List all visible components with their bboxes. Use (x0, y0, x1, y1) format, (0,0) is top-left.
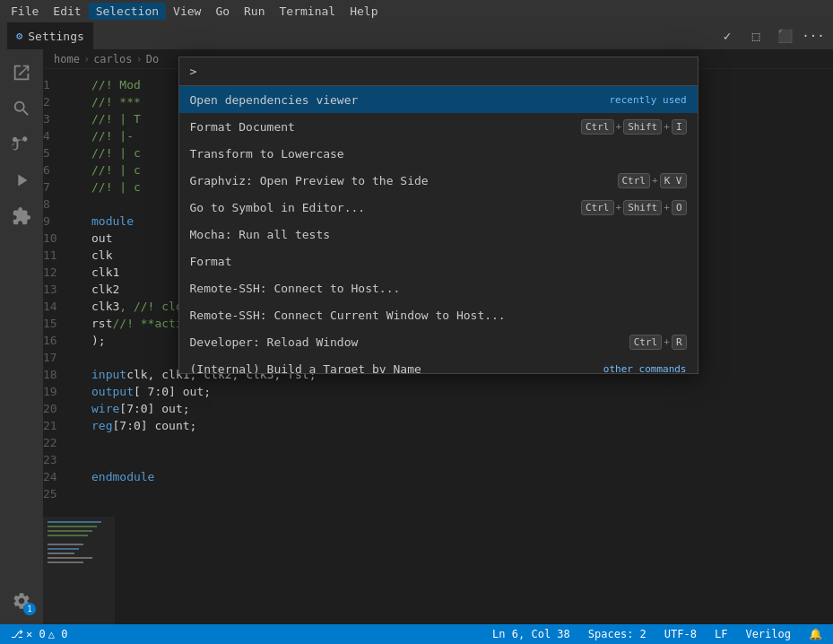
command-shortcut: Ctrl + K V (618, 173, 687, 188)
check-action[interactable]: ✓ (715, 23, 740, 48)
command-input-row: > (179, 57, 698, 86)
git-warnings: △ 0 (48, 628, 68, 640)
status-language[interactable]: Verilog (742, 624, 794, 644)
menu-edit[interactable]: Edit (46, 3, 88, 20)
settings-file-icon: ⚙ (16, 30, 22, 42)
command-list: Open dependencies viewerrecently usedFor… (179, 86, 698, 373)
activity-settings[interactable]: 1 (5, 585, 38, 617)
command-item[interactable]: Developer: Reload WindowCtrl + R (179, 328, 698, 355)
command-palette-overlay: > Open dependencies viewerrecently usedF… (43, 49, 833, 624)
command-other-badge: other commands (603, 363, 687, 374)
split-editor-action[interactable]: ⬚ (743, 23, 768, 48)
menu-go[interactable]: Go (208, 3, 237, 20)
status-encoding[interactable]: UTF-8 (661, 624, 700, 644)
command-item[interactable]: (Internal) Build a Target by Nameother c… (179, 355, 698, 373)
command-shortcut: Ctrl + Shift + I (581, 119, 687, 135)
toggle-panel-action[interactable]: ⬛ (772, 23, 797, 48)
status-notifications[interactable]: 🔔 (805, 624, 826, 644)
command-item[interactable]: Transform to Lowercase (179, 140, 698, 167)
command-prefix: > (190, 65, 197, 78)
status-line-ending-text: LF (715, 628, 727, 640)
status-position-text: Ln 6, Col 38 (492, 628, 570, 640)
status-right: Ln 6, Col 38 Spaces: 2 UTF-8 LF Verilog … (489, 624, 826, 644)
status-spaces-text: Spaces: 2 (588, 628, 646, 640)
command-item[interactable]: Open dependencies viewerrecently used (179, 86, 698, 113)
git-icon: ⎇ (11, 628, 23, 640)
status-git[interactable]: ⎇ ✕ 0 △ 0 (7, 624, 71, 644)
menu-help[interactable]: Help (343, 3, 385, 20)
status-language-text: Verilog (745, 628, 791, 640)
menu-file[interactable]: File (4, 3, 46, 20)
command-recently-used-badge: recently used (609, 94, 686, 106)
status-left: ⎇ ✕ 0 △ 0 (7, 624, 71, 644)
menu-selection[interactable]: Selection (89, 3, 166, 20)
menu-view[interactable]: View (166, 3, 208, 20)
activity-source-control[interactable] (5, 128, 38, 161)
command-item[interactable]: Format (179, 248, 698, 274)
title-bar: ⚙ Settings ✓ ⬚ ⬛ ··· (0, 22, 833, 49)
bell-icon: 🔔 (809, 628, 822, 640)
editor-tab-settings[interactable]: ⚙ Settings (7, 22, 93, 49)
command-item[interactable]: Remote-SSH: Connect Current Window to Ho… (179, 301, 698, 328)
status-encoding-text: UTF-8 (664, 628, 697, 640)
status-line-ending[interactable]: LF (711, 624, 731, 644)
menu-run[interactable]: Run (237, 3, 272, 20)
menu-terminal[interactable]: Terminal (273, 3, 343, 20)
command-item[interactable]: Remote-SSH: Connect to Host... (179, 274, 698, 301)
more-actions[interactable]: ··· (801, 23, 826, 48)
command-search-input[interactable] (200, 65, 686, 78)
editor-actions: ✓ ⬚ ⬛ ··· (715, 23, 826, 48)
status-spaces[interactable]: Spaces: 2 (585, 624, 650, 644)
git-errors: ✕ 0 (26, 628, 46, 640)
editor-tab-label: Settings (28, 30, 84, 43)
settings-badge: 1 (23, 603, 36, 615)
command-palette: > Open dependencies viewerrecently usedF… (178, 57, 699, 374)
command-item[interactable]: Go to Symbol in Editor...Ctrl + Shift + … (179, 194, 698, 221)
activity-bar: 1 (0, 49, 43, 624)
status-bar: ⎇ ✕ 0 △ 0 Ln 6, Col 38 Spaces: 2 UTF-8 L… (0, 624, 833, 644)
command-item[interactable]: Graphviz: Open Preview to the SideCtrl +… (179, 167, 698, 194)
command-shortcut: Ctrl + Shift + O (581, 200, 687, 215)
menu-bar: File Edit Selection View Go Run Terminal… (0, 0, 833, 22)
main-layout: 1 home › carlos › Do 1234567891011121314… (0, 49, 833, 624)
status-position[interactable]: Ln 6, Col 38 (489, 624, 574, 644)
command-item[interactable]: Mocha: Run all tests (179, 221, 698, 248)
activity-search[interactable] (5, 92, 38, 125)
activity-explorer[interactable] (5, 57, 38, 89)
command-shortcut: Ctrl + R (629, 335, 687, 350)
activity-run-debug[interactable] (5, 164, 38, 196)
command-item[interactable]: Format DocumentCtrl + Shift + I (179, 113, 698, 140)
editor-area: home › carlos › Do 123456789101112131415… (43, 49, 833, 624)
activity-extensions[interactable] (5, 200, 38, 232)
